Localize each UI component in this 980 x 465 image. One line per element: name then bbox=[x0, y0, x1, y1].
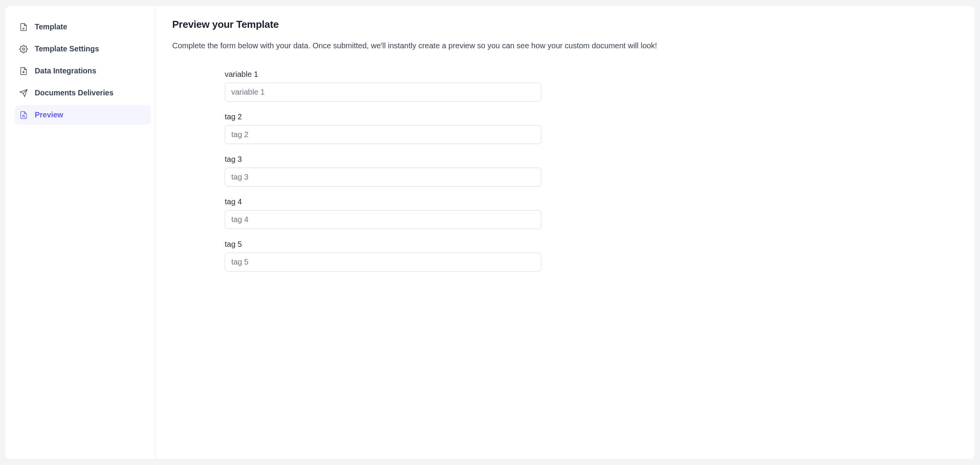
form-group-tag-3: tag 3 bbox=[225, 155, 541, 187]
form-group-variable-1: variable 1 bbox=[225, 70, 541, 102]
tag-4-input[interactable] bbox=[225, 210, 541, 229]
main-content: Preview your Template Complete the form … bbox=[155, 6, 975, 459]
tag-2-input[interactable] bbox=[225, 125, 541, 144]
sidebar-item-label: Preview bbox=[35, 110, 63, 119]
send-icon bbox=[19, 89, 28, 97]
form-label: tag 3 bbox=[225, 155, 541, 164]
form-group-tag-5: tag 5 bbox=[225, 240, 541, 272]
download-doc-icon bbox=[19, 67, 28, 75]
form-group-tag-4: tag 4 bbox=[225, 197, 541, 229]
variable-1-input[interactable] bbox=[225, 83, 541, 102]
sidebar-item-documents-deliveries[interactable]: Documents Deliveries bbox=[15, 83, 151, 103]
gear-icon bbox=[19, 45, 28, 53]
sidebar: Template Template Settings Data Integrat… bbox=[5, 6, 155, 459]
tag-3-input[interactable] bbox=[225, 168, 541, 187]
tag-5-input[interactable] bbox=[225, 253, 541, 272]
form-label: tag 4 bbox=[225, 197, 541, 206]
form-label: variable 1 bbox=[225, 70, 541, 79]
sidebar-item-label: Documents Deliveries bbox=[35, 88, 114, 97]
page-title: Preview your Template bbox=[172, 19, 958, 31]
sidebar-item-data-integrations[interactable]: Data Integrations bbox=[15, 61, 151, 81]
svg-point-2 bbox=[22, 48, 25, 50]
page-description: Complete the form below with your data. … bbox=[172, 40, 958, 51]
form-label: tag 2 bbox=[225, 112, 541, 121]
svg-point-6 bbox=[22, 115, 24, 117]
sidebar-item-template[interactable]: Template bbox=[15, 17, 151, 37]
sidebar-item-preview[interactable]: Preview bbox=[15, 105, 151, 125]
sidebar-item-label: Template Settings bbox=[35, 44, 99, 53]
sidebar-item-label: Data Integrations bbox=[35, 66, 96, 75]
document-icon bbox=[19, 23, 28, 31]
search-doc-icon bbox=[19, 111, 28, 119]
sidebar-item-label: Template bbox=[35, 22, 67, 31]
form-group-tag-2: tag 2 bbox=[225, 112, 541, 144]
app-container: Template Template Settings Data Integrat… bbox=[5, 6, 975, 459]
svg-line-7 bbox=[24, 116, 25, 117]
sidebar-item-template-settings[interactable]: Template Settings bbox=[15, 39, 151, 59]
form-label: tag 5 bbox=[225, 240, 541, 249]
preview-form: variable 1 tag 2 tag 3 tag 4 tag 5 bbox=[225, 70, 541, 272]
